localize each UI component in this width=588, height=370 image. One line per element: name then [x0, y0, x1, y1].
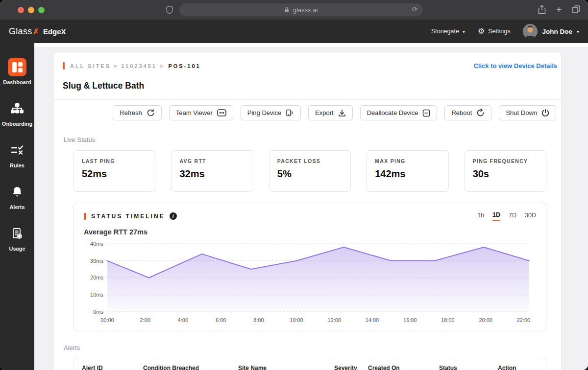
stat-value: 5% [277, 168, 343, 180]
svg-text:22:00: 22:00 [517, 317, 530, 323]
breadcrumb-current: POS-101 [168, 63, 200, 69]
chevron-down-icon: ▾ [577, 29, 579, 34]
deallocate-device-button[interactable]: Deallocate Device [360, 105, 438, 120]
stat-label: PACKET LOSS [277, 158, 343, 164]
gear-icon: ⚙ [478, 27, 485, 35]
export-button[interactable]: Export [308, 105, 353, 120]
lock-icon [284, 7, 289, 13]
browser-chrome: glassx.ai ⟳ + [0, 0, 588, 20]
column-header: Condition Breached [143, 365, 238, 370]
range-1h[interactable]: 1h [477, 212, 484, 220]
alerts-section-label: Alerts [54, 331, 561, 351]
zoom-window-button[interactable] [38, 7, 45, 13]
team-viewer-button[interactable]: Team Viewer [169, 105, 233, 120]
refresh-icon [147, 109, 155, 117]
logo-text-glass: Glass [9, 26, 32, 37]
new-tab-icon[interactable]: + [556, 5, 562, 14]
button-label: Ping Device [247, 109, 281, 116]
sidebar-item-alerts[interactable]: Alerts [0, 177, 34, 218]
rules-checklist-icon [11, 141, 24, 160]
tab-overview-icon[interactable] [572, 5, 580, 14]
export-download-icon [338, 109, 346, 117]
range-30d[interactable]: 30D [525, 212, 536, 220]
traffic-lights [18, 7, 45, 13]
logo-text-product: EdgeX [43, 27, 66, 36]
deallocate-minus-icon [422, 109, 430, 117]
page-title: Slug & Lettuce Bath [63, 81, 557, 91]
svg-text:16:00: 16:00 [403, 317, 416, 323]
privacy-shield-icon[interactable] [166, 5, 173, 14]
sidebar-item-rules[interactable]: Rules [0, 135, 34, 177]
dashboard-icon [8, 58, 26, 76]
svg-text:20:00: 20:00 [479, 317, 492, 323]
avatar [523, 24, 538, 39]
column-header: Created On [368, 365, 439, 370]
stat-label: MAX PING [375, 158, 440, 164]
stat-card-packet-loss: PACKET LOSS 5% [269, 150, 351, 192]
accent-bar [84, 213, 86, 220]
refresh-button[interactable]: Refresh [113, 105, 162, 120]
range-1d[interactable]: 1D [492, 211, 500, 221]
org-selector-dropdown[interactable]: Stonegate ▾ [431, 28, 465, 35]
glassx-logo: Glass ✗ EdgeX [9, 26, 66, 37]
stat-label: LAST PING [82, 158, 147, 164]
button-label: Export [315, 109, 334, 116]
button-label: Reboot [451, 109, 472, 116]
live-status-section-label: Live Status [54, 126, 561, 143]
breadcrumb-path[interactable]: ALL SITES > 11023451 > [70, 63, 164, 69]
sidebar-item-usage[interactable]: $ Usage [0, 218, 34, 260]
info-icon[interactable]: i [170, 212, 177, 220]
shut-down-button[interactable]: Shut Down [499, 105, 556, 120]
status-timeline-title: STATUS TIMELINE [91, 213, 165, 220]
svg-text:4:00: 4:00 [178, 317, 188, 323]
column-header: Action [498, 365, 538, 370]
reload-page-icon[interactable]: ⟳ [412, 5, 418, 13]
settings-button[interactable]: ⚙ Settings [478, 27, 511, 35]
chart-subtitle: Average RTT 27ms [84, 228, 536, 236]
svg-text:14:00: 14:00 [366, 317, 379, 323]
main-content: ALL SITES > 11023451 > POS-101 Click to … [34, 43, 588, 370]
svg-text:30ms: 30ms [90, 258, 103, 264]
ping-device-icon [286, 109, 294, 117]
svg-text:10ms: 10ms [90, 292, 103, 298]
reboot-icon [476, 109, 485, 117]
ping-device-button[interactable]: Ping Device [241, 105, 301, 120]
svg-text:2:00: 2:00 [140, 317, 150, 323]
svg-text:12:00: 12:00 [328, 317, 341, 323]
stat-label: PING FREQUENCY [473, 158, 538, 164]
share-icon[interactable] [538, 5, 546, 14]
rtt-area-chart: 0ms10ms20ms30ms40ms 00:002:004:006:008:0… [84, 238, 536, 325]
teamviewer-icon [217, 109, 226, 116]
stat-card-avg-rtt: AVG RTT 32ms [171, 150, 253, 192]
sitemap-icon [11, 99, 24, 118]
glassx-x-icon: ✗ [33, 27, 39, 36]
url-text: glassx.ai [293, 6, 318, 14]
stat-value: 30s [473, 168, 538, 180]
svg-text:6:00: 6:00 [216, 317, 226, 323]
button-label: Shut Down [506, 109, 537, 116]
stat-card-last-ping: LAST PING 52ms [74, 150, 155, 192]
button-label: Team Viewer [176, 109, 213, 116]
alerts-table-header: Alert ID Condition Breached Site Name Se… [74, 358, 546, 370]
sidebar-item-dashboard[interactable]: Dashboard [0, 52, 34, 93]
reboot-button[interactable]: Reboot [444, 105, 491, 120]
breadcrumb: ALL SITES > 11023451 > POS-101 Click to … [63, 62, 557, 69]
sidebar-item-label: Usage [9, 246, 25, 252]
browser-window: glassx.ai ⟳ + Glass ✗ EdgeX Stonegate ▾ … [0, 0, 588, 370]
sidebar-nav: Dashboard Onboarding Rules Alerts [0, 43, 34, 370]
device-action-toolbar: Refresh Team Viewer Ping Device Export [54, 100, 561, 126]
address-bar[interactable]: glassx.ai ⟳ [179, 3, 423, 16]
power-icon [541, 109, 549, 117]
svg-text:8:00: 8:00 [253, 317, 264, 323]
sidebar-item-onboarding[interactable]: Onboarding [0, 93, 34, 135]
minimize-window-button[interactable] [28, 7, 34, 13]
app-header: Glass ✗ EdgeX Stonegate ▾ ⚙ Settings Joh… [0, 20, 588, 43]
content-top-strip [34, 43, 588, 47]
close-window-button[interactable] [18, 7, 24, 13]
range-7d[interactable]: 7D [509, 212, 516, 220]
device-details-link[interactable]: Click to view Device Details [473, 62, 557, 69]
time-range-selector: 1h 1D 7D 30D [477, 211, 536, 221]
stat-card-ping-frequency: PING FREQUENCY 30s [465, 150, 546, 192]
user-menu[interactable]: John Doe ▾ [523, 24, 579, 39]
column-header: Site Name [238, 365, 334, 370]
